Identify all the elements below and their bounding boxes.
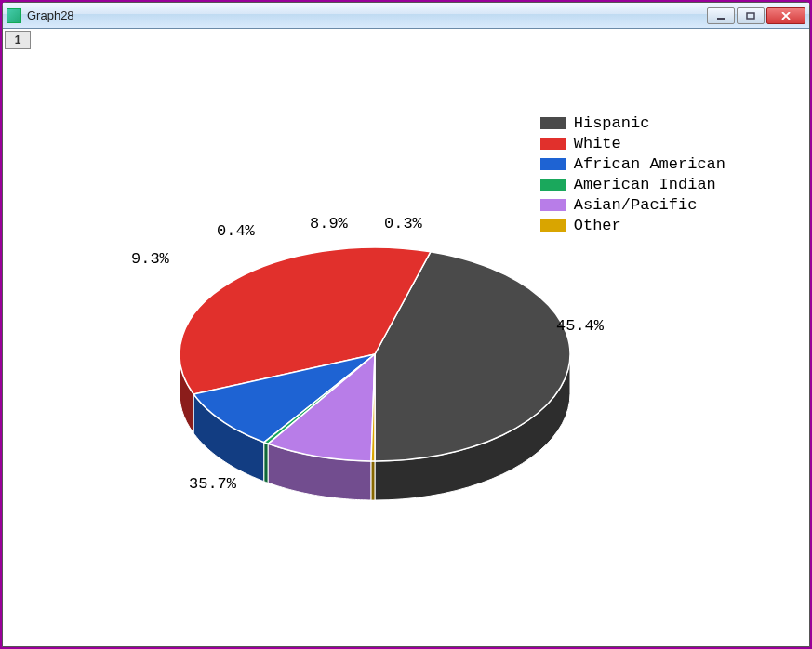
legend-item: American Indian [540, 174, 725, 194]
legend-item: Hispanic [540, 113, 725, 133]
minimize-icon [716, 12, 725, 20]
window-title: Graph28 [27, 8, 707, 22]
legend-swatch [540, 199, 566, 211]
legend-swatch [540, 117, 566, 129]
slice-label-other: 0.3% [384, 215, 422, 232]
legend-label: African American [574, 155, 725, 173]
legend-label: Asian/Pacific [574, 196, 698, 214]
maximize-icon [746, 12, 755, 20]
legend-swatch [540, 158, 566, 170]
close-icon [781, 12, 791, 20]
maximize-button[interactable] [737, 7, 765, 24]
chart-area: Hispanic White African American American… [12, 57, 800, 637]
slice-label-white: 35.7% [189, 475, 236, 493]
legend-item: Asian/Pacific [540, 194, 725, 215]
window-frame: Graph28 1 Hispanic White [2, 2, 810, 647]
slice-label-asian: 8.9% [310, 215, 348, 232]
titlebar[interactable]: Graph28 [3, 3, 809, 29]
legend-item: White [540, 133, 725, 153]
svg-rect-1 [747, 13, 754, 19]
svg-rect-0 [717, 18, 725, 20]
close-button[interactable] [766, 7, 805, 24]
legend-label: Hispanic [574, 114, 650, 132]
legend-swatch [540, 138, 566, 150]
legend-label: White [574, 135, 621, 152]
window-controls [707, 7, 805, 24]
legend-item: African American [540, 153, 725, 174]
minimize-button[interactable] [707, 7, 735, 24]
legend-swatch [540, 179, 566, 191]
slice-label-aind: 0.4% [217, 222, 255, 240]
app-icon [7, 8, 21, 23]
tab-1[interactable]: 1 [5, 31, 31, 49]
legend: Hispanic White African American American… [540, 113, 725, 235]
slice-label-hispanic: 45.4% [556, 317, 604, 335]
slice-label-afam: 9.3% [131, 250, 169, 268]
window-content: 1 Hispanic White African American Ameri [3, 29, 809, 646]
legend-label: American Indian [574, 176, 716, 193]
